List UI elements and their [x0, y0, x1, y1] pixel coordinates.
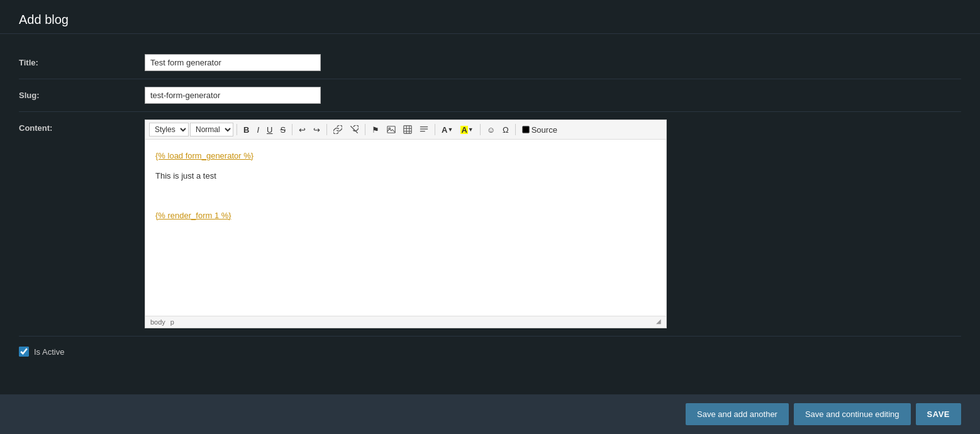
flag-button[interactable]: ⚑ [369, 124, 382, 136]
image-button[interactable] [384, 123, 399, 136]
form-container: Title: Slug: Content: Styles Normal [0, 34, 980, 379]
title-row: Title: [19, 47, 961, 79]
italic-button[interactable]: I [253, 124, 262, 136]
editor-statusbar: body p ◢ [145, 316, 666, 328]
bg-color-indicator: ▼ [468, 127, 474, 133]
title-label: Title: [19, 54, 145, 67]
statusbar-body: body [150, 318, 165, 326]
slug-label: Slug: [19, 87, 145, 100]
title-field [145, 54, 961, 71]
resize-handle[interactable]: ◢ [656, 318, 664, 325]
unlink-icon [350, 125, 359, 134]
toolbar-sep-4 [365, 124, 365, 135]
toolbar-sep-1 [237, 124, 237, 135]
template-tag-1: {% load form_generator %} [155, 151, 253, 160]
statusbar-p: p [170, 318, 174, 326]
source-label: Source [532, 125, 557, 135]
redo-button[interactable]: ↪ [310, 124, 323, 136]
table-button[interactable] [400, 123, 415, 136]
content-row: Content: Styles Normal B I U S [19, 112, 961, 337]
save-add-another-button[interactable]: Save and add another [686, 403, 789, 425]
toolbar-sep-2 [292, 124, 292, 135]
format-select[interactable]: Normal [190, 123, 233, 136]
link-button[interactable] [330, 123, 345, 136]
template-tag-2: {% render_form 1 %} [155, 211, 231, 220]
svg-rect-0 [387, 126, 395, 133]
content-line-1: {% load form_generator %} [155, 150, 656, 162]
undo-button[interactable]: ↩ [296, 124, 309, 136]
is-active-label: Is Active [34, 347, 64, 357]
link-icon [333, 125, 342, 134]
editor-content[interactable]: {% load form_generator %} This is just a… [145, 140, 666, 316]
toolbar-sep-6 [480, 124, 481, 135]
editor-toolbar: Styles Normal B I U S ↩ ↪ [145, 120, 666, 140]
font-color-button[interactable]: A ▼ [438, 124, 456, 136]
content-line-3 [155, 189, 656, 202]
title-input[interactable] [145, 54, 321, 71]
save-button[interactable]: SAVE [916, 403, 961, 425]
svg-rect-10 [522, 126, 529, 133]
content-line-4: {% render_form 1 %} [155, 209, 656, 222]
styles-select[interactable]: Styles [149, 123, 189, 136]
align-icon [420, 125, 428, 134]
image-icon [387, 125, 396, 134]
unlink-button[interactable] [347, 123, 362, 136]
font-color-a: A [442, 126, 447, 134]
bg-color-a: A [460, 126, 467, 134]
table-icon [403, 125, 412, 134]
content-line-2: This is just a test [155, 170, 656, 182]
content-field: Styles Normal B I U S ↩ ↪ [145, 120, 961, 328]
page-header: Add blog [0, 0, 980, 34]
underline-button[interactable]: U [264, 124, 276, 136]
slug-row: Slug: [19, 79, 961, 112]
font-color-indicator: ▼ [447, 127, 453, 133]
content-text-1: This is just a test [155, 171, 216, 181]
svg-rect-2 [404, 126, 411, 133]
strikethrough-button[interactable]: S [277, 124, 289, 136]
content-label: Content: [19, 120, 145, 133]
slug-field [145, 87, 961, 104]
save-continue-button[interactable]: Save and continue editing [794, 403, 911, 425]
source-button[interactable]: Source [519, 123, 560, 136]
is-active-row: Is Active [19, 337, 961, 367]
emoji-button[interactable]: ☺ [484, 124, 498, 136]
is-active-checkbox[interactable] [19, 347, 29, 357]
source-icon [522, 126, 530, 133]
editor-wrapper: Styles Normal B I U S ↩ ↪ [145, 120, 667, 328]
toolbar-sep-5 [435, 124, 435, 135]
slug-input[interactable] [145, 87, 321, 104]
toolbar-sep-3 [326, 124, 327, 135]
toolbar-sep-7 [515, 124, 516, 135]
bg-color-button[interactable]: A ▼ [457, 124, 476, 136]
align-button[interactable] [416, 123, 432, 136]
omega-button[interactable]: Ω [499, 124, 512, 136]
page-title: Add blog [19, 13, 961, 27]
page-footer: Save and add another Save and continue e… [0, 394, 980, 434]
bold-button[interactable]: B [240, 124, 252, 136]
